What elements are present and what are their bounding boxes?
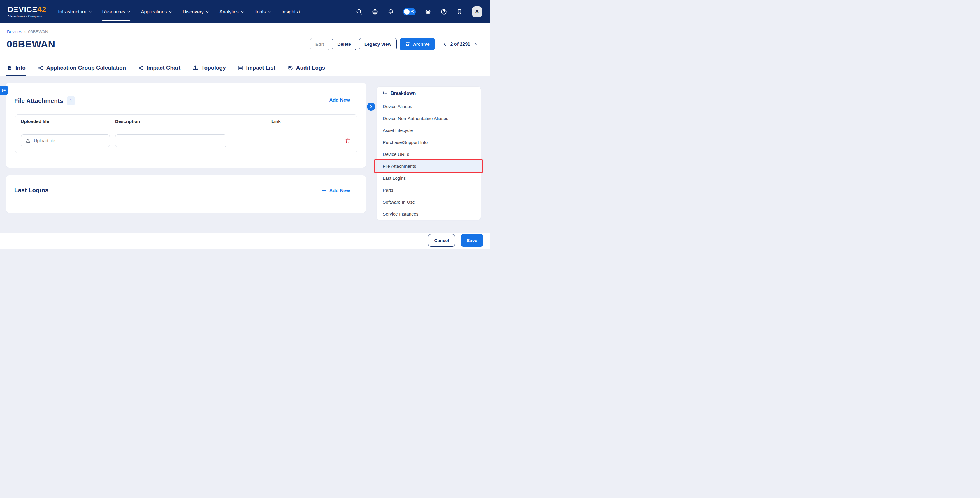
nav-menu-tools[interactable]: Tools (255, 7, 271, 16)
menu-label: Analytics (220, 9, 239, 14)
column-header-description: Description (111, 119, 271, 124)
nav-menu-infrastructure[interactable]: Infrastructure (58, 7, 92, 16)
sidebar-item-device-urls[interactable]: Device URLs (377, 148, 480, 160)
nav-menu-applications[interactable]: Applications (141, 7, 172, 16)
theme-toggle[interactable] (403, 8, 416, 16)
device42-logo[interactable]: DΞVICΞ42 A Freshworks Company (8, 6, 46, 18)
description-input[interactable] (115, 134, 226, 147)
tab-label: Impact Chart (146, 65, 180, 71)
tab-label: Info (16, 65, 25, 71)
section-nav-flyout-tab[interactable] (0, 86, 8, 95)
archive-button[interactable]: Archive (399, 38, 435, 51)
upload-icon (25, 138, 31, 144)
file-lines-icon (7, 65, 13, 71)
search-icon[interactable] (356, 8, 363, 15)
toggle-knob (404, 9, 410, 14)
history-icon (287, 65, 294, 71)
breadcrumb: Devices › 06BEWAN (7, 29, 48, 34)
tab-info[interactable]: Info (6, 65, 26, 76)
tab-label: Topology (201, 65, 226, 71)
chevron-right-icon (369, 105, 374, 109)
edit-button[interactable]: Edit (310, 38, 329, 51)
tab-audit-logs[interactable]: Audit Logs (287, 65, 326, 76)
save-button[interactable]: Save (461, 234, 483, 247)
file-attachments-section: File Attachments 1 Add New Uploaded file… (6, 83, 366, 168)
sidebar-item-asset-lifecycle[interactable]: Asset Lifecycle (377, 124, 480, 136)
sidebar-item-file-attachments[interactable]: File Attachments (377, 160, 480, 172)
sidebar-item-device-aliases[interactable]: Device Aliases (377, 100, 480, 113)
breakdown-sidebar: Breakdown Device Aliases Device Non-Auth… (377, 87, 481, 220)
chevron-down-icon (127, 10, 130, 13)
table-row: Upload file... (16, 128, 357, 153)
last-logins-add-new-button[interactable]: Add New (321, 188, 350, 193)
chevron-down-icon (169, 10, 172, 13)
column-header-link: Link (271, 119, 338, 124)
help-icon[interactable] (441, 8, 447, 15)
pager-prev-icon[interactable] (442, 42, 447, 47)
nav-menu-insights-plus[interactable]: Insights+ (281, 7, 301, 16)
plus-icon (321, 98, 326, 103)
sidebar-item-service-instances[interactable]: Service Instances (377, 208, 480, 220)
tab-impact-list[interactable]: Impact List (237, 65, 276, 76)
last-logins-header: Last Logins (14, 187, 48, 193)
tab-application-group-calculation[interactable]: Application Group Calculation (37, 65, 127, 76)
section-title: File Attachments (14, 97, 63, 104)
gear-icon[interactable] (425, 8, 431, 15)
sun-icon (411, 10, 415, 13)
nav-menu-resources[interactable]: Resources (102, 7, 130, 16)
breadcrumb-current: 06BEWAN (28, 29, 48, 34)
top-nav: DΞVICΞ42 A Freshworks Company Infrastruc… (0, 0, 490, 23)
table-header-row: Uploaded file Description Link (16, 115, 357, 128)
legacy-view-button[interactable]: Legacy View (359, 38, 397, 51)
avatar[interactable]: A (472, 6, 482, 17)
menu-label: Infrastructure (58, 9, 86, 14)
table-icon (237, 65, 243, 71)
main-menu: Infrastructure Resources Applications Di… (58, 7, 301, 16)
sidebar-item-last-logins[interactable]: Last Logins (377, 172, 480, 184)
chevron-down-icon (89, 10, 92, 13)
bookmark-icon[interactable] (456, 8, 463, 15)
sidebar-item-purchase-support-info[interactable]: Purchase/Support Info (377, 136, 480, 148)
breakdown-header: Breakdown (377, 87, 480, 100)
breadcrumb-separator: › (24, 29, 26, 34)
upload-file-button[interactable]: Upload file... (21, 134, 110, 147)
tab-bar: Info Application Group Calculation Impac… (6, 65, 449, 76)
nav-menu-analytics[interactable]: Analytics (220, 7, 244, 16)
file-attachments-table: Uploaded file Description Link Upload fi… (15, 114, 357, 153)
breakdown-title: Breakdown (391, 91, 416, 96)
logo-tagline: A Freshworks Company (8, 14, 46, 18)
globe-icon[interactable] (372, 8, 379, 15)
record-pager: 2 of 2291 (442, 42, 478, 47)
sitemap-icon (192, 65, 199, 71)
sidebar-collapse-button[interactable] (367, 103, 375, 111)
file-attachments-header: File Attachments 1 (14, 96, 75, 105)
nav-right-icons: A (356, 6, 482, 17)
sidebar-item-parts[interactable]: Parts (377, 184, 480, 196)
file-attachments-add-new-button[interactable]: Add New (321, 97, 350, 103)
tab-label: Application Group Calculation (46, 65, 126, 71)
tab-impact-chart[interactable]: Impact Chart (137, 65, 181, 76)
nav-menu-discovery[interactable]: Discovery (183, 7, 209, 16)
sidebar-item-device-non-authoritative-aliases[interactable]: Device Non-Authoritative Aliases (377, 113, 480, 124)
count-badge: 1 (67, 96, 75, 105)
page-header: Devices › 06BEWAN 06BEWAN Edit Delete Le… (0, 23, 490, 76)
pager-text: 2 of 2291 (450, 42, 470, 47)
sidebar-item-software-in-use[interactable]: Software In Use (377, 196, 480, 208)
menu-label: Discovery (183, 9, 204, 14)
tab-topology[interactable]: Topology (192, 65, 226, 76)
delete-row-icon[interactable] (345, 138, 351, 144)
breadcrumb-devices-link[interactable]: Devices (7, 29, 22, 34)
footer-bar: Cancel Save (0, 233, 490, 249)
menu-label: Resources (102, 9, 125, 14)
pager-next-icon[interactable] (473, 42, 478, 47)
last-logins-section: Last Logins Add New (6, 175, 366, 213)
delete-button[interactable]: Delete (332, 38, 356, 51)
section-title: Last Logins (14, 187, 48, 193)
tab-label: Audit Logs (296, 65, 325, 71)
page-title: 06BEWAN (7, 38, 55, 50)
archive-icon (405, 41, 410, 47)
list-icon (2, 88, 7, 93)
bell-icon[interactable] (387, 8, 394, 15)
share-nodes-icon (38, 65, 44, 71)
cancel-button[interactable]: Cancel (428, 234, 455, 247)
